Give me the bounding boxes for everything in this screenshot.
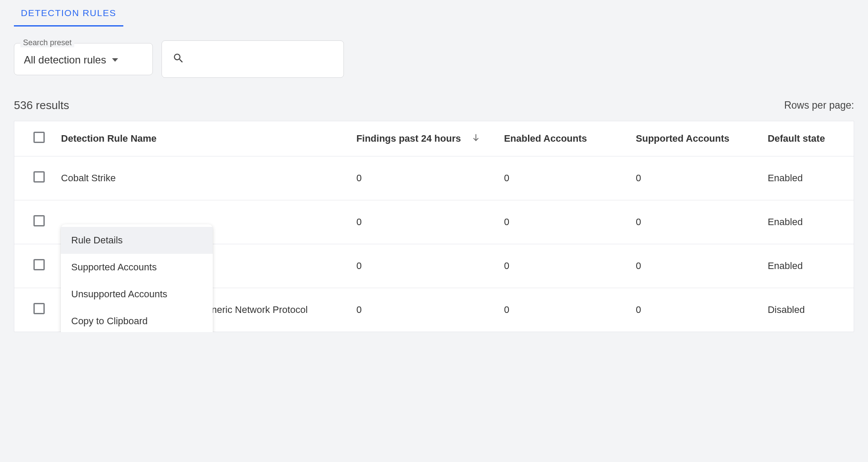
search-input[interactable] [192,53,333,65]
enabled-cell: 0 [495,288,627,332]
enabled-cell: 0 [495,244,627,288]
supported-cell: 0 [627,200,759,244]
search-preset-legend: Search preset [20,38,74,47]
search-preset-dropdown[interactable]: Search preset All detection rules [14,43,153,75]
search-preset-value: All detection rules [24,54,106,66]
menu-item-rule-details[interactable]: Rule Details [61,227,213,254]
row-checkbox[interactable] [33,171,45,183]
search-icon [172,52,185,66]
column-header-findings-label: Findings past 24 hours [356,133,461,144]
select-all-checkbox[interactable] [33,132,45,143]
enabled-cell: 0 [495,200,627,244]
rule-name-cell[interactable]: Cobalt Strike [53,156,348,200]
tab-detection-rules[interactable]: DETECTION RULES [14,0,123,27]
state-cell: Enabled [759,244,854,288]
caret-down-icon [112,58,118,62]
findings-cell: 0 [348,156,495,200]
menu-item-supported-accounts[interactable]: Supported Accounts [61,254,213,281]
state-cell: Enabled [759,156,854,200]
menu-item-copy-clipboard[interactable]: Copy to Clipboard [61,308,213,332]
menu-item-unsupported-accounts[interactable]: Unsupported Accounts [61,281,213,308]
column-header-findings[interactable]: Findings past 24 hours [348,121,495,156]
supported-cell: 0 [627,244,759,288]
sort-down-icon [471,133,481,145]
column-header-state[interactable]: Default state [759,121,854,156]
supported-cell: 0 [627,156,759,200]
table-row[interactable]: Cobalt Strike 0 0 0 Enabled [14,156,854,200]
enabled-cell: 0 [495,156,627,200]
supported-cell: 0 [627,288,759,332]
row-checkbox[interactable] [33,259,45,270]
findings-cell: 0 [348,288,495,332]
column-header-name[interactable]: Detection Rule Name [53,121,348,156]
state-cell: Enabled [759,200,854,244]
results-count: 536 results [14,99,69,112]
row-checkbox[interactable] [33,215,45,226]
findings-cell: 0 [348,244,495,288]
column-header-supported[interactable]: Supported Accounts [627,121,759,156]
state-cell: Disabled [759,288,854,332]
column-header-enabled[interactable]: Enabled Accounts [495,121,627,156]
search-input-wrapper[interactable] [162,40,344,78]
findings-cell: 0 [348,200,495,244]
rows-per-page-label: Rows per page: [784,100,854,111]
row-checkbox[interactable] [33,303,45,314]
row-context-menu: Rule Details Supported Accounts Unsuppor… [61,224,213,332]
